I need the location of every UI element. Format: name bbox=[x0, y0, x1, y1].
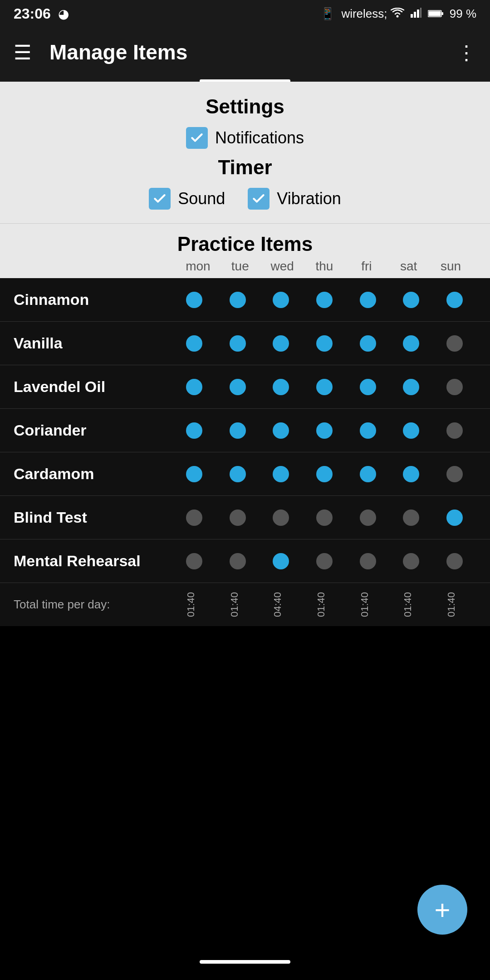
dot-2-5[interactable] bbox=[403, 379, 419, 395]
dot-0-2[interactable] bbox=[273, 292, 289, 308]
table-row[interactable]: Cardamom bbox=[0, 452, 490, 496]
dot-6-6[interactable] bbox=[446, 553, 463, 569]
dot-1-6[interactable] bbox=[446, 335, 463, 352]
dot-0-5[interactable] bbox=[403, 292, 419, 308]
total-time-label: Total time per day: bbox=[14, 598, 172, 612]
dot-6-4[interactable] bbox=[360, 553, 376, 569]
dot-1-5[interactable] bbox=[403, 335, 419, 352]
dot-1-0[interactable] bbox=[186, 335, 202, 352]
dot-5-1[interactable] bbox=[230, 510, 246, 526]
dot-3-2[interactable] bbox=[273, 422, 289, 439]
day-header-wed: wed bbox=[266, 259, 298, 274]
dot-4-1[interactable] bbox=[230, 466, 246, 482]
total-time-row: Total time per day: 01:4001:4004:4001:40… bbox=[0, 583, 490, 626]
dot-5-4[interactable] bbox=[360, 510, 376, 526]
dot-4-3[interactable] bbox=[316, 466, 333, 482]
dot-3-6[interactable] bbox=[446, 422, 463, 439]
day-header-tue: tue bbox=[224, 259, 256, 274]
dot-4-2[interactable] bbox=[273, 466, 289, 482]
day-header-thu: thu bbox=[309, 259, 340, 274]
settings-title: Settings bbox=[18, 95, 472, 118]
dot-4-0[interactable] bbox=[186, 466, 202, 482]
dot-6-1[interactable] bbox=[230, 553, 246, 569]
table-row[interactable]: Blind Test bbox=[0, 496, 490, 539]
status-right: 📱 wireless; 99 bbox=[320, 7, 476, 21]
notifications-checkbox-item: Notifications bbox=[186, 127, 304, 149]
item-name-4: Cardamom bbox=[14, 465, 172, 483]
app-bar-title: Manage Items bbox=[49, 40, 456, 64]
dot-1-1[interactable] bbox=[230, 335, 246, 352]
table-row[interactable]: Coriander bbox=[0, 409, 490, 452]
days-header: montuewedthufrisatsun bbox=[177, 259, 472, 274]
dot-2-4[interactable] bbox=[360, 379, 376, 395]
table-row[interactable]: Lavendel Oil bbox=[0, 365, 490, 409]
dot-2-1[interactable] bbox=[230, 379, 246, 395]
dot-1-3[interactable] bbox=[316, 335, 333, 352]
more-options-icon[interactable]: ⋮ bbox=[456, 41, 476, 64]
sound-checkbox[interactable] bbox=[149, 188, 171, 210]
dot-1-4[interactable] bbox=[360, 335, 376, 352]
status-time: 23:06 bbox=[14, 5, 51, 22]
vibration-checkbox-item: Vibration bbox=[248, 188, 341, 210]
dot-2-3[interactable] bbox=[316, 379, 333, 395]
add-item-fab[interactable]: + bbox=[417, 885, 467, 935]
vibration-label: Vibration bbox=[277, 189, 341, 208]
dot-5-3[interactable] bbox=[316, 510, 333, 526]
item-name-3: Coriander bbox=[14, 421, 172, 439]
svg-point-0 bbox=[396, 15, 398, 17]
table-row[interactable]: Vanilla bbox=[0, 322, 490, 365]
dot-4-4[interactable] bbox=[360, 466, 376, 482]
day-header-fri: fri bbox=[351, 259, 382, 274]
settings-section: Settings Notifications Timer Sound bbox=[0, 82, 490, 224]
dot-0-0[interactable] bbox=[186, 292, 202, 308]
table-row[interactable]: Mental Rehearsal bbox=[0, 539, 490, 583]
battery-icon bbox=[428, 7, 443, 21]
dot-0-3[interactable] bbox=[316, 292, 333, 308]
dot-5-5[interactable] bbox=[403, 510, 419, 526]
dot-6-2[interactable] bbox=[273, 553, 289, 569]
svg-rect-6 bbox=[441, 12, 443, 15]
day-header-sat: sat bbox=[393, 259, 425, 274]
dot-3-1[interactable] bbox=[230, 422, 246, 439]
dot-0-6[interactable] bbox=[446, 292, 463, 308]
hamburger-icon[interactable]: ☰ bbox=[14, 41, 31, 64]
dot-6-3[interactable] bbox=[316, 553, 333, 569]
table-row[interactable]: Cinnamon bbox=[0, 278, 490, 322]
dot-5-0[interactable] bbox=[186, 510, 202, 526]
dot-6-0[interactable] bbox=[186, 553, 202, 569]
dot-2-0[interactable] bbox=[186, 379, 202, 395]
dots-container-1 bbox=[172, 335, 476, 352]
dot-3-5[interactable] bbox=[403, 422, 419, 439]
dot-2-6[interactable] bbox=[446, 379, 463, 395]
add-icon: + bbox=[434, 894, 450, 926]
tab-indicator-line bbox=[200, 79, 290, 82]
vibration-checkbox[interactable] bbox=[248, 188, 270, 210]
item-name-6: Mental Rehearsal bbox=[14, 552, 172, 570]
signal-icon bbox=[411, 7, 421, 21]
dot-4-5[interactable] bbox=[403, 466, 419, 482]
dot-5-6[interactable] bbox=[446, 510, 463, 526]
dot-5-2[interactable] bbox=[273, 510, 289, 526]
time-value-3: 01:40 bbox=[315, 592, 333, 617]
notifications-checkbox[interactable] bbox=[186, 127, 208, 149]
dot-0-4[interactable] bbox=[360, 292, 376, 308]
practice-list: CinnamonVanillaLavendel OilCorianderCard… bbox=[0, 278, 490, 583]
notifications-row: Notifications bbox=[18, 127, 472, 149]
day-headers: montuewedthufrisatsun bbox=[18, 259, 472, 274]
dot-1-2[interactable] bbox=[273, 335, 289, 352]
nav-pill bbox=[200, 960, 290, 964]
tab-indicator bbox=[0, 77, 490, 82]
app-bar: ☰ Manage Items ⋮ bbox=[0, 27, 490, 77]
dot-3-4[interactable] bbox=[360, 422, 376, 439]
dot-3-0[interactable] bbox=[186, 422, 202, 439]
dot-6-5[interactable] bbox=[403, 553, 419, 569]
vibrate-icon: 📱 bbox=[320, 7, 335, 21]
dot-3-3[interactable] bbox=[316, 422, 333, 439]
dot-0-1[interactable] bbox=[230, 292, 246, 308]
item-name-2: Lavendel Oil bbox=[14, 378, 172, 396]
dot-2-2[interactable] bbox=[273, 379, 289, 395]
day-header-mon: mon bbox=[182, 259, 214, 274]
dot-4-6[interactable] bbox=[446, 466, 463, 482]
dots-container-4 bbox=[172, 466, 476, 482]
svg-rect-1 bbox=[411, 14, 413, 18]
